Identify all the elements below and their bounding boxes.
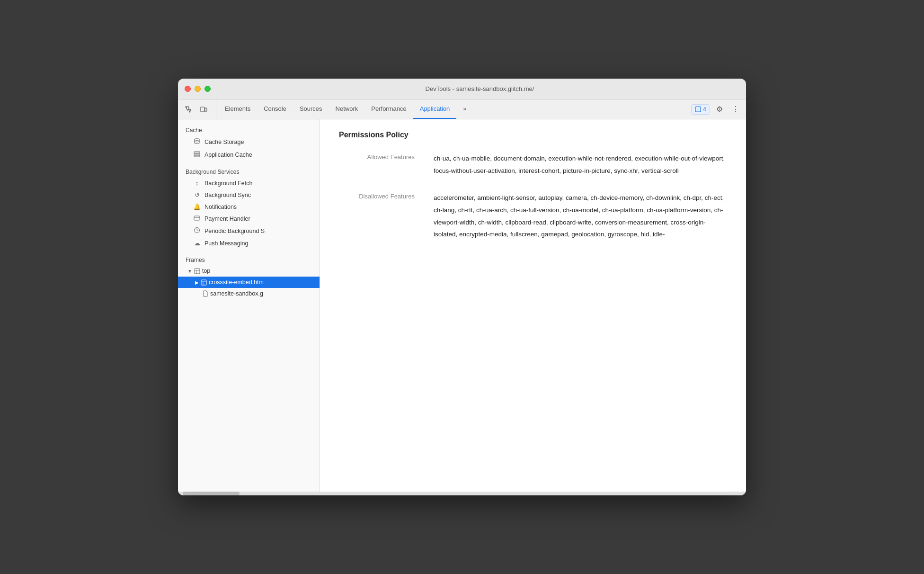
frames-section-label: Frames <box>178 253 320 265</box>
cache-storage-icon <box>193 138 201 146</box>
tab-performance[interactable]: Performance <box>364 99 413 119</box>
toolbar: Elements Console Sources Network Perform… <box>178 99 746 119</box>
svg-rect-2 <box>205 108 207 111</box>
allowed-features-value: ch-ua, ch-ua-mobile, document-domain, ex… <box>434 152 727 177</box>
svg-point-6 <box>698 110 698 110</box>
sidebar-item-push-messaging[interactable]: ☁ Push Messaging <box>178 237 320 249</box>
sidebar-item-background-sync[interactable]: ↺ Background Sync <box>178 189 320 201</box>
sidebar-item-application-cache[interactable]: Application Cache <box>178 148 320 161</box>
cache-section-label: Cache <box>178 123 320 135</box>
tab-elements[interactable]: Elements <box>218 99 257 119</box>
sidebar-item-periodic-background[interactable]: Periodic Background S <box>178 224 320 237</box>
background-sync-label: Background Sync <box>204 192 251 198</box>
content-panel: Permissions Policy Allowed Features ch-u… <box>320 119 746 492</box>
sidebar-item-top-frame[interactable]: ▼ top <box>178 265 320 277</box>
svg-rect-19 <box>201 280 206 285</box>
allowed-features-label: Allowed Features <box>339 152 415 161</box>
page-title: Permissions Policy <box>339 131 727 139</box>
tab-network[interactable]: Network <box>329 99 365 119</box>
application-cache-label: Application Cache <box>204 152 252 158</box>
background-fetch-label: Background Fetch <box>204 180 252 187</box>
traffic-lights <box>185 86 211 92</box>
maximize-button[interactable] <box>204 86 211 92</box>
settings-icon[interactable]: ⚙ <box>713 103 726 116</box>
sidebar-item-crosssite[interactable]: ▶ crosssite-embed.htm <box>178 277 320 288</box>
issues-count: 4 <box>703 106 706 113</box>
toolbar-left-icons <box>182 99 216 119</box>
device-toolbar-icon[interactable] <box>197 103 210 116</box>
minimize-button[interactable] <box>195 86 201 92</box>
notifications-icon: 🔔 <box>193 203 201 210</box>
tabs: Elements Console Sources Network Perform… <box>218 99 687 119</box>
disallowed-features-value: accelerometer, ambient-light-sensor, aut… <box>434 192 727 241</box>
frame-icon <box>194 268 200 274</box>
crosssite-frame-icon <box>201 279 207 286</box>
svg-point-7 <box>195 139 199 141</box>
sidebar: Cache Cache Storage <box>178 119 320 492</box>
tab-sources[interactable]: Sources <box>293 99 329 119</box>
horizontal-scrollbar-thumb[interactable] <box>183 492 240 495</box>
sidebar-item-cache-storage[interactable]: Cache Storage <box>178 135 320 148</box>
cache-storage-label: Cache Storage <box>204 139 244 145</box>
disallowed-features-label: Disallowed Features <box>339 192 415 200</box>
inspect-element-icon[interactable] <box>182 103 195 116</box>
periodic-background-label: Periodic Background S <box>204 228 265 234</box>
notifications-label: Notifications <box>204 204 237 210</box>
application-cache-icon <box>193 151 201 159</box>
crosssite-arrow: ▶ <box>195 280 199 285</box>
window-title: DevTools - samesite-sandbox.glitch.me/ <box>220 85 739 92</box>
payment-handler-label: Payment Handler <box>204 215 250 222</box>
close-button[interactable] <box>185 86 191 92</box>
more-options-icon[interactable]: ⋮ <box>729 103 742 116</box>
tab-more[interactable]: » <box>456 99 473 119</box>
crosssite-label: crosssite-embed.htm <box>209 279 264 286</box>
payment-handler-icon <box>193 215 201 222</box>
sidebar-item-background-fetch[interactable]: ↕ Background Fetch <box>178 177 320 189</box>
push-messaging-label: Push Messaging <box>204 240 248 247</box>
svg-rect-16 <box>195 269 200 274</box>
horizontal-scrollbar[interactable] <box>178 492 746 495</box>
background-fetch-icon: ↕ <box>193 179 201 187</box>
top-frame-label: top <box>202 268 210 274</box>
file-icon <box>203 290 208 297</box>
periodic-background-icon <box>193 227 201 235</box>
tab-application[interactable]: Application <box>413 99 457 119</box>
svg-rect-9 <box>194 153 200 155</box>
svg-rect-10 <box>194 155 200 157</box>
push-messaging-icon: ☁ <box>193 240 201 247</box>
allowed-features-row: Allowed Features ch-ua, ch-ua-mobile, do… <box>339 152 727 177</box>
sidebar-item-samesite[interactable]: samesite-sandbox.g <box>178 288 320 299</box>
svg-rect-8 <box>194 152 200 153</box>
sidebar-item-notifications[interactable]: 🔔 Notifications <box>178 201 320 213</box>
background-services-label: Background Services <box>178 165 320 177</box>
allowed-features-section: Allowed Features ch-ua, ch-ua-mobile, do… <box>339 152 727 177</box>
disallowed-features-section: Disallowed Features accelerometer, ambie… <box>339 192 727 241</box>
svg-rect-11 <box>194 216 200 220</box>
main-content: Cache Cache Storage <box>178 119 746 492</box>
toolbar-right: 4 ⚙ ⋮ <box>687 99 742 119</box>
devtools-window: DevTools - samesite-sandbox.glitch.me/ E… <box>178 79 746 495</box>
disallowed-features-row: Disallowed Features accelerometer, ambie… <box>339 192 727 241</box>
sidebar-item-payment-handler[interactable]: Payment Handler <box>178 213 320 224</box>
background-sync-icon: ↺ <box>193 191 201 198</box>
tab-console[interactable]: Console <box>257 99 293 119</box>
title-bar: DevTools - samesite-sandbox.glitch.me/ <box>178 79 746 99</box>
top-frame-arrow: ▼ <box>187 269 192 274</box>
samesite-label: samesite-sandbox.g <box>210 290 263 297</box>
issues-badge[interactable]: 4 <box>691 104 710 115</box>
